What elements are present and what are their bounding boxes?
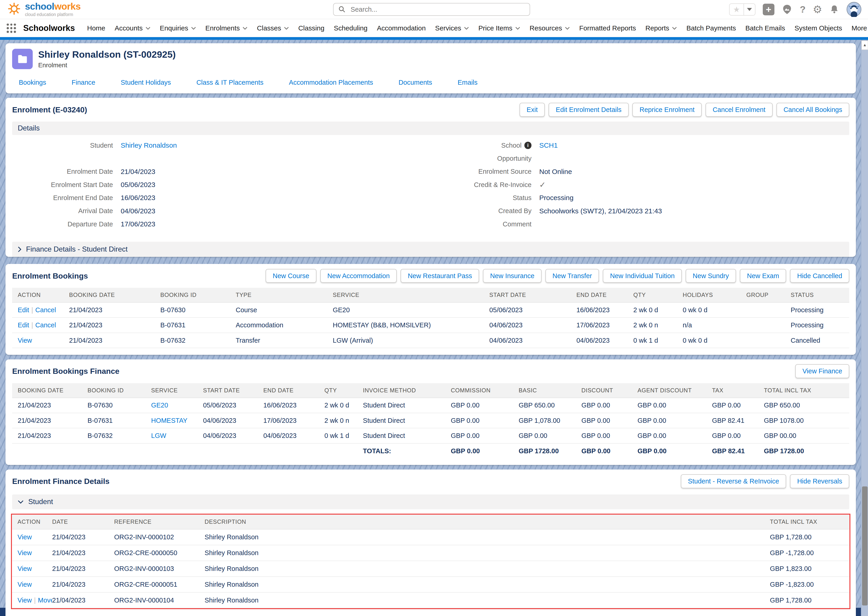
tab-student-holidays[interactable]: Student Holidays [121,79,171,86]
hide-cancelled-button[interactable]: Hide Cancelled [790,269,849,283]
hide-reversals-button[interactable]: Hide Reversals [790,474,849,488]
edit-enrolment-details-button[interactable]: Edit Enrolment Details [548,103,628,117]
avatar[interactable] [846,2,861,17]
view-transaction-link[interactable]: View [17,565,32,572]
transaction-row: View 21/04/2023 ORG2-INV-0000103 Shirley… [12,561,849,577]
move-transaction-link[interactable]: Move [38,597,52,604]
column-header: ACTION [12,288,69,302]
new-insurance-button[interactable]: New Insurance [483,269,542,283]
guidance-icon[interactable] [782,4,793,15]
field-label: Comment [431,220,539,228]
view-transaction-link[interactable]: View [17,581,32,588]
tab-emails[interactable]: Emails [458,79,478,86]
edit-booking-link[interactable]: Edit [17,321,29,329]
nav-item-batch-payments[interactable]: Batch Payments [686,24,736,32]
type-cell: Course [236,302,333,317]
favorites-caret-icon[interactable] [744,4,755,15]
bell-icon[interactable] [829,4,840,15]
service-cell: GE20 [151,398,203,413]
tab-finance[interactable]: Finance [72,79,95,86]
chevron-right-icon [17,246,22,253]
student-reverse-reinvoice-button[interactable]: Student - Reverse & ReInvoice [681,474,787,488]
new-individual-tuition-button[interactable]: New Individual Tuition [603,269,682,283]
new-course-button[interactable]: New Course [266,269,316,283]
basic-cell: GBP 0.00 [519,428,581,443]
info-icon[interactable]: i [524,142,531,149]
nav-item-batch-emails[interactable]: Batch Emails [745,24,785,32]
nav-item-formatted-reports[interactable]: Formatted Reports [579,24,636,32]
tab-bookings[interactable]: Bookings [19,79,46,86]
student-group-collapsible[interactable]: Student [12,495,849,509]
chevron-down-icon [191,27,196,30]
field-label: Arrival Date [12,207,121,215]
new-exam-button[interactable]: New Exam [740,269,786,283]
cancel-booking-link[interactable]: Cancel [35,321,56,329]
total-incl-tax-cell: GBP 650.00 [764,398,849,413]
scrollbar-thumb[interactable] [862,486,868,605]
search-input[interactable] [349,5,525,14]
view-transaction-link[interactable]: View [17,597,32,604]
global-add-icon[interactable]: + [763,4,774,15]
nav-item-enquiries[interactable]: Enquiries [160,24,196,32]
exit-button[interactable]: Exit [520,103,545,117]
new-transfer-button[interactable]: New Transfer [545,269,599,283]
favorite-star-icon[interactable]: ★ [730,4,744,15]
reference-cell: ORG2-INV-0000103 [114,561,205,577]
vertical-scrollbar[interactable]: ▲ [861,41,868,616]
booking-date-cell: 21/04/2023 [12,398,88,413]
tab-accommodation-placements[interactable]: Accommodation Placements [289,79,373,86]
record-type-label: Enrolment [38,61,176,69]
nav-item-resources[interactable]: Resources [530,24,570,32]
nav-item-accounts[interactable]: Accounts [114,24,150,32]
cancel-all-bookings-button[interactable]: Cancel All Bookings [777,103,849,117]
totals-row: TOTALS: GBP 0.00 GBP 1728.00 GBP 0.00 GB… [12,443,849,458]
discount-total: GBP 0.00 [581,443,638,458]
tab-class-it-placements[interactable]: Class & IT Placements [196,79,263,86]
nav-item-home[interactable]: Home [87,24,105,32]
student-link[interactable]: Shirley Ronaldson [121,141,177,149]
holidays-cell: 0 wk 0 d [683,302,746,317]
nav-item-price-items[interactable]: Price Items [478,24,520,32]
service-link[interactable]: GE20 [151,402,168,409]
app-launcher-icon[interactable] [7,24,16,33]
schoolworks-app: schoolworks cloud education platform ★ +… [0,0,868,616]
gear-icon[interactable]: ⚙ [813,4,822,15]
view-transaction-link[interactable]: View [17,549,32,556]
service-link[interactable]: LGW [151,432,166,439]
tax-cell: GBP 82.41 [712,413,764,428]
total-incl-tax-cell: GBP -1,823.00 [770,577,849,592]
global-search[interactable] [333,3,530,16]
nav-item-more[interactable]: More [852,24,868,32]
nav-item-services[interactable]: Services [435,24,469,32]
nav-item-accommodation[interactable]: Accommodation [377,24,426,32]
nav-item-reports[interactable]: Reports [646,24,677,32]
cancel-enrolment-button[interactable]: Cancel Enrolment [705,103,772,117]
new-accommodation-button[interactable]: New Accommodation [320,269,397,283]
view-booking-link[interactable]: View [17,337,32,344]
edit-booking-link[interactable]: Edit [17,306,29,314]
chevron-down-icon [565,27,570,30]
tab-documents[interactable]: Documents [398,79,432,86]
nav-item-classing[interactable]: Classing [298,24,324,32]
column-header: TOTAL INCL TAX [770,515,849,529]
cancel-booking-link[interactable]: Cancel [35,306,56,314]
finance-details-collapsible[interactable]: Finance Details - Student Direct [12,242,849,257]
nav-item-system-objects[interactable]: System Objects [794,24,842,32]
service-link[interactable]: HOMESTAY [151,417,188,424]
scroll-up-arrow-icon[interactable]: ▲ [861,41,868,50]
nav-item-enrolments[interactable]: Enrolments [205,24,248,32]
chevron-down-icon [146,27,150,30]
school-link[interactable]: SCH1 [539,141,558,149]
reprice-enrolment-button[interactable]: Reprice Enrolment [632,103,702,117]
type-cell: Transfer [236,333,333,348]
nav-item-classes[interactable]: Classes [257,24,289,32]
new-sundry-button[interactable]: New Sundry [686,269,736,283]
schoolworks-logo[interactable]: schoolworks cloud education platform [7,2,134,17]
new-restaurant-pass-button[interactable]: New Restaurant Pass [401,269,479,283]
view-transaction-link[interactable]: View [17,533,32,541]
favorites-control[interactable]: ★ [729,3,755,16]
nav-item-scheduling[interactable]: Scheduling [334,24,367,32]
view-finance-button[interactable]: View Finance [795,364,849,378]
help-icon[interactable]: ? [800,4,805,15]
transaction-row: View 21/04/2023 ORG2-INV-0000102 Shirley… [12,529,849,545]
